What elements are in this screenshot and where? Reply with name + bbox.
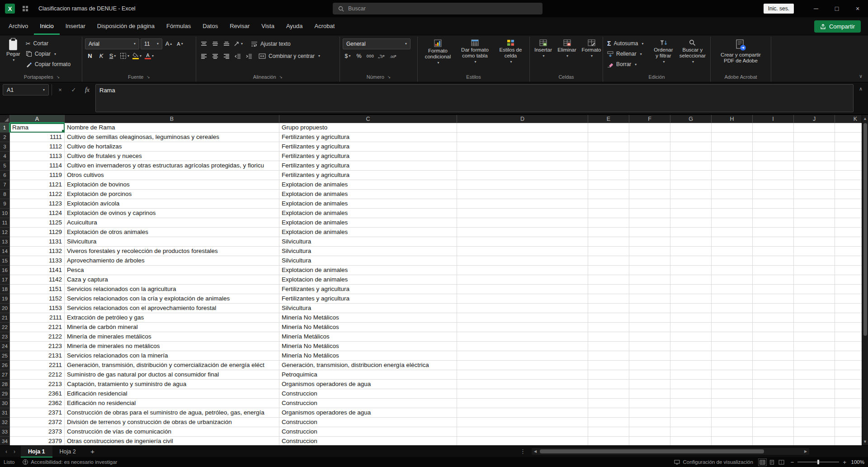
menu-tab-ayuda[interactable]: Ayuda [280,17,309,35]
cell-F30[interactable] [629,399,670,408]
cell-C34[interactable]: Construccion [279,437,457,445]
cell-J31[interactable] [794,408,835,418]
cell-I4[interactable] [753,152,794,161]
zoom-slider[interactable] [797,462,839,462]
menu-tab-f-rmulas[interactable]: Fórmulas [160,17,197,35]
cell-D7[interactable] [457,180,588,190]
column-header-G[interactable]: G [670,115,712,123]
menu-tab-insertar[interactable]: Insertar [60,17,91,35]
cell-C4[interactable]: Fertilizantes y agricultura [279,152,457,161]
cell-E24[interactable] [588,342,629,351]
cell-D8[interactable] [457,190,588,199]
cell-H30[interactable] [712,399,753,408]
row-header-14[interactable]: 14 [0,247,10,256]
cell-F26[interactable] [629,361,670,370]
cell-G25[interactable] [670,351,712,361]
cell-H32[interactable] [712,418,753,427]
menu-tab-vista[interactable]: Vista [255,17,280,35]
next-sheet-icon[interactable]: › [14,448,15,455]
cell-C11[interactable]: Explotacion de animales [279,218,457,228]
cell-E18[interactable] [588,285,629,294]
cell-C19[interactable]: Fertilizantes y agricultura [279,294,457,304]
cell-I20[interactable] [753,304,794,313]
cell-H1[interactable] [712,123,753,133]
conditional-formatting-button[interactable]: Formato condicional ▾ [420,38,455,65]
cell-B31[interactable]: Construcción de obras para el suministro… [65,408,279,418]
cell-E30[interactable] [588,399,629,408]
cell-B25[interactable]: Servicios relacionados con la minería [65,351,279,361]
cell-F19[interactable] [629,294,670,304]
cell-E8[interactable] [588,190,629,199]
cell-E33[interactable] [588,427,629,437]
cell-C28[interactable]: Organismos operadores de agua [279,380,457,389]
cell-C26[interactable]: Generación, transmision, distribucion en… [279,361,457,370]
row-header-16[interactable]: 16 [0,266,10,275]
row-header-6[interactable]: 6 [0,171,10,180]
cell-H26[interactable] [712,361,753,370]
cell-F14[interactable] [629,247,670,256]
cell-E32[interactable] [588,418,629,427]
page-layout-view-button[interactable] [769,460,775,465]
cell-A26[interactable]: 2211 [10,361,65,370]
cell-A11[interactable]: 1125 [10,218,65,228]
fill-button[interactable]: Rellenar ▾ [606,49,649,59]
cell-J22[interactable] [794,323,835,332]
cell-J32[interactable] [794,418,835,427]
cell-H14[interactable] [712,247,753,256]
cell-H28[interactable] [712,380,753,389]
select-all-button[interactable] [0,115,10,123]
cell-D29[interactable] [457,389,588,399]
cell-F20[interactable] [629,304,670,313]
cell-B19[interactable]: Servicios relacionados con la cría y exp… [65,294,279,304]
cell-G30[interactable] [670,399,712,408]
fill-color-button[interactable]: ▾ [132,51,142,61]
row-header-2[interactable]: 2 [0,133,10,142]
collapse-formula-bar-icon[interactable]: ∧ [856,84,865,112]
cell-D25[interactable] [457,351,588,361]
font-size-select[interactable]: 11 ▾ [141,38,162,49]
row-header-19[interactable]: 19 [0,294,10,304]
cell-G21[interactable] [670,313,712,323]
cell-G28[interactable] [670,380,712,389]
cell-G22[interactable] [670,323,712,332]
cell-G5[interactable] [670,161,712,171]
row-header-23[interactable]: 23 [0,332,10,342]
row-header-9[interactable]: 9 [0,199,10,209]
cell-H21[interactable] [712,313,753,323]
cell-A2[interactable]: 1111 [10,133,65,142]
cell-H13[interactable] [712,237,753,247]
cell-G2[interactable] [670,133,712,142]
cell-C29[interactable]: Construccion [279,389,457,399]
cell-H2[interactable] [712,133,753,142]
cell-D14[interactable] [457,247,588,256]
dialog-launcher-icon[interactable]: ↘ [387,75,391,79]
row-header-15[interactable]: 15 [0,256,10,266]
cell-D32[interactable] [457,418,588,427]
close-button[interactable]: × [847,0,868,17]
cell-H3[interactable] [712,142,753,152]
decrease-decimal-button[interactable]: .00 [388,51,398,61]
cell-J20[interactable] [794,304,835,313]
cell-B13[interactable]: Silvicultura [65,237,279,247]
cell-I21[interactable] [753,313,794,323]
align-middle-button[interactable] [210,39,220,49]
cell-J4[interactable] [794,152,835,161]
cell-C15[interactable]: Silvicultura [279,256,457,266]
cell-E10[interactable] [588,209,629,218]
cell-J6[interactable] [794,171,835,180]
cell-J34[interactable] [794,437,835,445]
align-left-button[interactable] [199,51,209,61]
cell-B29[interactable]: Edificación residencial [65,389,279,399]
cell-H7[interactable] [712,180,753,190]
cell-G32[interactable] [670,418,712,427]
zoom-out-icon[interactable]: − [791,459,794,466]
cell-F29[interactable] [629,389,670,399]
name-box[interactable]: A1 ▾ [3,84,49,95]
insert-function-button[interactable]: fx [82,84,93,95]
cell-A6[interactable]: 1119 [10,171,65,180]
column-header-F[interactable]: F [629,115,670,123]
cell-D20[interactable] [457,304,588,313]
cell-E13[interactable] [588,237,629,247]
cell-I34[interactable] [753,437,794,445]
cell-H9[interactable] [712,199,753,209]
